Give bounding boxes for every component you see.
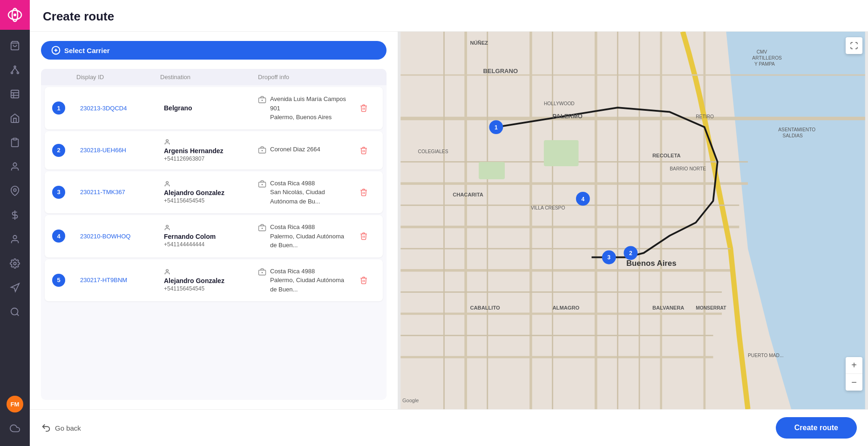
- route-table: Display ID Destination Dropoff info 1 23…: [41, 69, 387, 400]
- svg-text:CHACARITA: CHACARITA: [453, 192, 483, 197]
- dropoff-icon-5: [258, 268, 266, 278]
- svg-text:NÚÑEZ: NÚÑEZ: [470, 40, 488, 46]
- sidebar-item-home[interactable]: [5, 108, 25, 128]
- svg-text:3: 3: [607, 254, 610, 261]
- content-area: Select Carrier Display ID Destination Dr…: [30, 32, 868, 409]
- sidebar-item-search[interactable]: [5, 302, 25, 322]
- svg-rect-67: [479, 162, 505, 179]
- row-number-1: 1: [52, 101, 65, 115]
- map-expand-button[interactable]: [846, 37, 862, 54]
- select-carrier-button[interactable]: Select Carrier: [41, 41, 387, 60]
- dropoff-text-3: Costa Rica 4988 San Nicolás, Ciudad Autó…: [270, 179, 352, 206]
- sidebar-item-cart[interactable]: [5, 35, 25, 56]
- zoom-in-button[interactable]: +: [846, 357, 862, 374]
- sidebar-item-pin[interactable]: [5, 181, 25, 201]
- svg-point-27: [166, 139, 169, 142]
- table-header: Display ID Destination Dropoff info: [41, 69, 387, 85]
- dest-name-1: Belgrano: [164, 104, 258, 112]
- svg-point-19: [11, 308, 18, 315]
- svg-text:COLEGIALES: COLEGIALES: [418, 149, 448, 154]
- svg-text:PALERMO: PALERMO: [553, 113, 583, 120]
- row-id-2[interactable]: 230218-UEH66H: [80, 147, 164, 154]
- row-id-4[interactable]: 230210-BOWHOQ: [80, 233, 164, 240]
- table-row: 4 230210-BOWHOQ Fernando Colom +54114444…: [45, 215, 383, 257]
- select-carrier-label: Select Carrier: [64, 47, 110, 54]
- svg-point-14: [13, 163, 16, 166]
- row-number-3: 3: [52, 186, 65, 199]
- delete-button-4[interactable]: [352, 232, 375, 240]
- svg-text:Google: Google: [402, 398, 419, 403]
- sidebar-bottom: FM: [5, 396, 25, 446]
- svg-point-4: [14, 66, 16, 68]
- destination-1: Belgrano: [164, 104, 258, 112]
- svg-point-2: [14, 14, 16, 16]
- dropoff-icon-1: [258, 95, 266, 106]
- go-back-label: Go back: [55, 424, 81, 432]
- svg-point-31: [166, 182, 169, 184]
- delete-button-1[interactable]: [352, 104, 375, 112]
- left-panel: Select Carrier Display ID Destination Dr…: [30, 32, 398, 409]
- dropoff-3: Costa Rica 4988 San Nicolás, Ciudad Autó…: [258, 179, 352, 206]
- main-content: Create route Select Carrier Display ID D…: [30, 0, 868, 446]
- sidebar-item-user[interactable]: [5, 229, 25, 250]
- dropoff-2: Coronel Diaz 2664: [258, 145, 352, 156]
- table-row: 2 230218-UEH66H Argenis Hernandez +54112…: [45, 131, 383, 169]
- row-id-5[interactable]: 230217-HT9BNM: [80, 277, 164, 284]
- sidebar-item-clipboard[interactable]: [5, 132, 25, 153]
- svg-text:CMV: CMV: [757, 49, 767, 54]
- svg-text:MONSERRAT: MONSERRAT: [696, 305, 726, 311]
- destination-3: Alejandro Gonzalez +541156454545: [164, 181, 258, 204]
- svg-text:Y PAMPA: Y PAMPA: [754, 61, 775, 67]
- page-title: Create route: [43, 9, 855, 24]
- dropoff-icon-3: [258, 180, 266, 190]
- table-row: 5 230217-HT9BNM Alejandro Gonzalez +5411…: [45, 259, 383, 302]
- delete-button-5[interactable]: [352, 276, 375, 284]
- sidebar-item-settings[interactable]: [5, 253, 25, 274]
- row-id-1[interactable]: 230213-3DQCD4: [80, 105, 164, 112]
- dropoff-1: Avenida Luis María Campos 901 Palermo, B…: [258, 95, 352, 122]
- table-row: 3 230211-TMK367 Alejandro Gonzalez +5411…: [45, 171, 383, 214]
- svg-text:4: 4: [581, 196, 584, 203]
- sidebar-nav: [5, 30, 25, 396]
- dropoff-text-2: Coronel Diaz 2664: [270, 145, 320, 154]
- destination-2: Argenis Hernandez +541126963807: [164, 139, 258, 162]
- svg-text:HOLLYWOOD: HOLLYWOOD: [544, 101, 575, 106]
- svg-rect-9: [11, 90, 19, 98]
- sidebar-item-table[interactable]: [5, 84, 25, 104]
- sidebar-item-person[interactable]: [5, 156, 25, 177]
- sidebar-cloud-icon[interactable]: [5, 418, 25, 439]
- svg-point-5: [11, 72, 13, 74]
- dropoff-icon-4: [258, 223, 266, 234]
- create-route-button[interactable]: Create route: [776, 417, 857, 439]
- sidebar-item-megaphone[interactable]: [5, 277, 25, 298]
- sidebar-item-dollar[interactable]: [5, 205, 25, 225]
- delete-button-2[interactable]: [352, 146, 375, 155]
- destination-5: Alejandro Gonzalez +541156454545: [164, 269, 258, 292]
- svg-text:PUERTO MAD...: PUERTO MAD...: [748, 353, 784, 358]
- col-actions: [356, 74, 379, 81]
- dropoff-5: Costa Rica 4988 Palermo, Ciudad Autónoma…: [258, 267, 352, 294]
- map-placeholder: BELGRANO COLEGIALES PALERMO HOLLYWOOD CH…: [398, 32, 868, 409]
- svg-text:BARRIO NORTE: BARRIO NORTE: [670, 166, 706, 171]
- svg-text:RECOLETA: RECOLETA: [652, 153, 681, 158]
- go-back-button[interactable]: Go back: [41, 423, 81, 433]
- col-display-id: Display ID: [76, 74, 160, 81]
- avatar[interactable]: FM: [7, 396, 23, 412]
- svg-text:RETIRO: RETIRO: [696, 114, 714, 119]
- svg-text:BALVANERA: BALVANERA: [652, 305, 684, 311]
- sidebar: FM: [0, 0, 30, 446]
- row-id-3[interactable]: 230211-TMK367: [80, 189, 164, 196]
- svg-point-39: [166, 270, 169, 272]
- sidebar-item-network[interactable]: [5, 60, 25, 80]
- svg-point-18: [14, 262, 16, 265]
- svg-line-8: [15, 68, 18, 72]
- svg-rect-13: [13, 138, 16, 140]
- logo[interactable]: [0, 0, 30, 30]
- bottom-bar: Go back Create route: [30, 409, 868, 446]
- zoom-out-button[interactable]: −: [846, 374, 862, 391]
- delete-button-3[interactable]: [352, 188, 375, 196]
- svg-line-20: [17, 314, 19, 316]
- svg-text:SALDIAS: SALDIAS: [783, 133, 803, 138]
- dropoff-text-5: Costa Rica 4988 Palermo, Ciudad Autónoma…: [270, 267, 352, 294]
- svg-text:ARTILLEROS: ARTILLEROS: [752, 55, 782, 61]
